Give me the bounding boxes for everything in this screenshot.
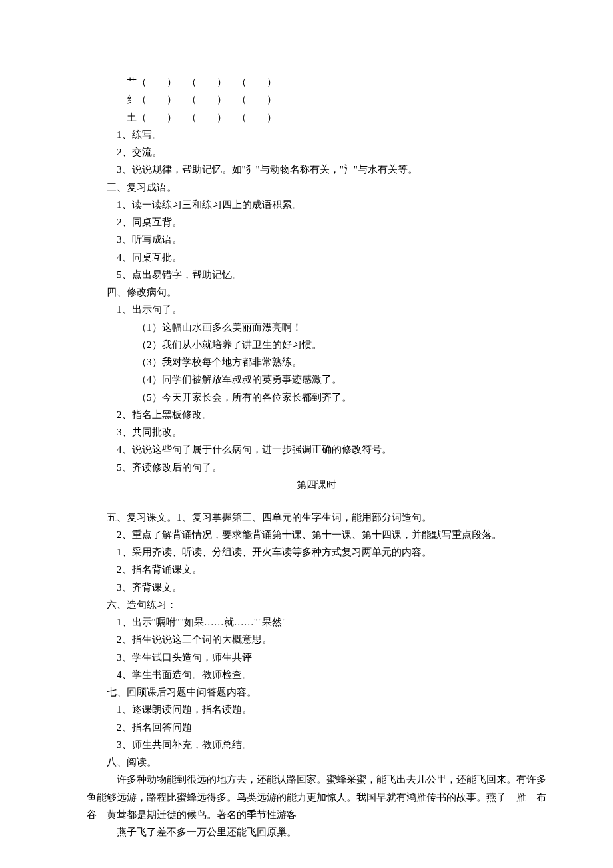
sec4-sent-2: （2）我们从小就培养了讲卫生的好习惯。 [137,336,546,353]
sec2-item-3: 3、说说规律，帮助记忆。如"犭"与动物名称有关，"氵"与水有关等。 [117,161,546,178]
sec6-item-3: 3、学生试口头造句，师生共评 [117,649,546,666]
sec6-item-1: 1、出示"嘱咐""如果……就……""果然" [117,613,546,631]
sec4-sent-3: （3）我对学校每个地方都非常熟练。 [137,353,546,371]
sec4-title: 四、修改病句。 [107,283,546,301]
radical-row-2: 纟（ ） （ ） （ ） [127,91,546,108]
sec7-item-2: 2、指名回答问题 [117,719,546,736]
sec6-title: 六、造句练习： [107,596,546,613]
sec6-item-4: 4、学生书面造句。教师检查。 [117,666,546,683]
sec8-title: 八、阅读。 [107,753,546,771]
sec6-item-2: 2、指生说说这三个词的大概意思。 [117,631,546,648]
sec4-sent-1: （1）这幅山水画多么美丽而漂亮啊！ [137,319,546,336]
sec4-sent-4: （4）同学们被解放军叔叔的英勇事迹感激了。 [137,371,546,388]
sec2-item-1: 1、练写。 [117,126,546,143]
sec8-paragraph-1: 许多种动物能到很远的地方去，还能认路回家。蜜蜂采蜜，能飞出去几公里，还能飞回来。… [87,771,546,823]
sec4-item-3: 3、共同批改。 [117,423,546,441]
sec5-title: 五、复习课文。1、复习掌握第三、四单元的生字生词，能用部分词造句。 [107,509,546,526]
sec7-item-3: 3、师生共同补充，教师总结。 [117,736,546,753]
blank-spacer [87,493,546,509]
sec3-title: 三、复习成语。 [107,179,546,196]
sec4-item-5: 5、齐读修改后的句子。 [117,459,546,476]
sec7-title: 七、回顾课后习题中问答题内容。 [107,683,546,701]
radical-row-3: 土（ ） （ ） （ ） [127,109,546,126]
sec5-item-2b: 2、指名背诵课文。 [117,561,546,578]
sec4-item-1: 1、出示句子。 [117,301,546,318]
sec3-item-3: 3、听写成语。 [117,231,546,248]
sec3-item-5: 5、点出易错字，帮助记忆。 [117,266,546,283]
sec4-item-2: 2、指名上黑板修改。 [117,406,546,423]
sec4-item-4: 4、说说这些句子属于什么病句，进一步强调正确的修改符号。 [117,441,546,458]
sec5-item-3b: 3、齐背课文。 [117,579,546,596]
sec7-item-1: 1、逐课朗读问题，指名读题。 [117,701,546,718]
sec3-item-4: 4、同桌互批。 [117,249,546,266]
sec4-sent-5: （5）今天开家长会，所有的各位家长都到齐了。 [137,389,546,406]
sec5-item-1b: 1、采用齐读、听读、分组读、开火车读等多种方式复习两单元的内容。 [117,543,546,561]
document-page: 艹（ ） （ ） （ ） 纟（ ） （ ） （ ） 土（ ） （ ） （ ） 1… [0,0,613,868]
sec3-item-2: 2、同桌互背。 [117,213,546,231]
radical-row-1: 艹（ ） （ ） （ ） [127,73,546,91]
lesson-4-heading: 第四课时 [87,476,546,493]
sec2-item-2: 2、交流。 [117,143,546,161]
sec3-item-1: 1、读一读练习三和练习四上的成语积累。 [117,196,546,213]
sec5-item-2: 2、重点了解背诵情况，要求能背诵第十课、第十一课、第十四课，并能默写重点段落。 [117,526,546,543]
sec8-paragraph-2: 燕子飞了差不多一万公里还能飞回原巢。 [117,823,546,841]
